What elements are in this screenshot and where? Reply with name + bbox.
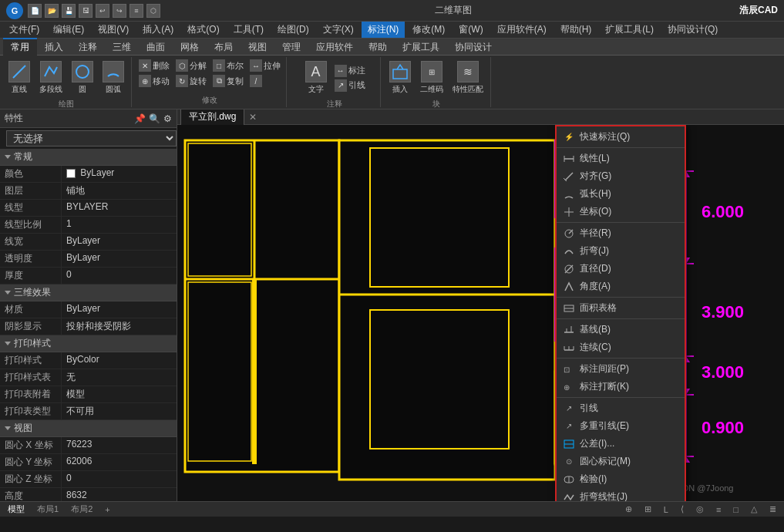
- dropdown-item-radius[interactable]: 半径(R): [557, 224, 685, 242]
- menu-window[interactable]: 窗(W): [453, 22, 489, 38]
- ribbon-tab-help[interactable]: 帮助: [361, 39, 395, 56]
- dwg-icon[interactable]: ⬡: [146, 4, 160, 18]
- menu-modify[interactable]: 修改(M): [406, 22, 451, 38]
- saveas-icon[interactable]: 🖫: [79, 4, 93, 18]
- btn-stretch[interactable]: ↔ 拉伸: [247, 59, 283, 72]
- status-add[interactable]: +: [102, 505, 113, 514]
- menu-tools[interactable]: 工具(T): [227, 22, 270, 38]
- dropdown-item-aligned[interactable]: 对齐(G): [557, 167, 685, 185]
- layer-icon[interactable]: ≡: [130, 4, 143, 18]
- ribbon-tab-exttools[interactable]: 扩展工具: [395, 39, 447, 56]
- menu-dim[interactable]: 标注(N): [362, 22, 405, 38]
- open-icon[interactable]: 📂: [45, 4, 59, 18]
- ribbon-tab-surface[interactable]: 曲面: [139, 39, 173, 56]
- ribbon-tab-common[interactable]: 常用: [3, 38, 37, 56]
- dropdown-item-quick[interactable]: ⚡ 快速标注(Q): [557, 128, 685, 146]
- menu-draw[interactable]: 绘图(D): [271, 22, 315, 38]
- drawing-area[interactable]: 平立剖.dwg ✕: [177, 109, 784, 501]
- dropdown-item-linear[interactable]: 线性(L): [557, 150, 685, 167]
- status-grid[interactable]: ⊞: [641, 504, 654, 514]
- btn-leader[interactable]: ↗ 引线: [332, 79, 368, 93]
- new-icon[interactable]: 📄: [28, 4, 42, 18]
- close-tab-icon[interactable]: ✕: [246, 112, 260, 123]
- btn-polyline[interactable]: 多段线: [35, 59, 66, 97]
- dropdown-item-dimbreak[interactable]: ⊕ 标注打断(K): [557, 378, 685, 396]
- prop-icon-pin[interactable]: 📌: [134, 113, 146, 124]
- btn-matchprop[interactable]: ≋ 特性匹配: [449, 59, 487, 97]
- dropdown-item-coord[interactable]: 坐标(O): [557, 203, 685, 221]
- dropdown-item-arc[interactable]: 弧长(H): [557, 185, 685, 203]
- menu-app[interactable]: 应用软件(A): [491, 22, 553, 38]
- status-osnap[interactable]: ◎: [693, 504, 707, 514]
- btn-insert[interactable]: 插入: [385, 59, 415, 97]
- dropdown-item-kink[interactable]: 折弯(J): [557, 242, 685, 260]
- btn-move[interactable]: ⊕ 移动: [136, 74, 172, 88]
- btn-explode[interactable]: ⬡ 分解: [173, 59, 209, 72]
- dropdown-item-area[interactable]: 面积表格: [557, 299, 685, 317]
- section-print[interactable]: 打印样式: [0, 335, 177, 352]
- ribbon-tab-insert[interactable]: 插入: [37, 39, 71, 56]
- menu-extend[interactable]: 扩展工具(L): [599, 22, 660, 38]
- ribbon-tab-appsw[interactable]: 应用软件: [308, 39, 361, 56]
- status-snap[interactable]: ⊕: [622, 504, 635, 514]
- section-3d[interactable]: 三维效果: [0, 285, 177, 301]
- ribbon-tab-view[interactable]: 视图: [241, 39, 274, 56]
- dropdown-item-dimspace[interactable]: ⊡ 标注间距(P): [557, 360, 685, 378]
- btn-line[interactable]: 直线: [5, 59, 34, 97]
- status-model[interactable]: 模型: [5, 503, 28, 515]
- menu-file[interactable]: 文件(F): [3, 22, 45, 38]
- btn-dim[interactable]: ↔ 标注: [332, 64, 368, 78]
- btn-copy[interactable]: ⧉ 复制: [210, 74, 246, 88]
- btn-slash[interactable]: /: [247, 74, 264, 88]
- btn-delete[interactable]: ✕ 删除: [136, 59, 172, 72]
- save-icon[interactable]: 💾: [62, 4, 76, 18]
- undo-icon[interactable]: ↩: [96, 4, 109, 18]
- ribbon-tab-collab[interactable]: 协同设计: [447, 39, 500, 56]
- ribbon-tab-manage[interactable]: 管理: [274, 39, 308, 56]
- dropdown-item-diameter[interactable]: 直径(D): [557, 260, 685, 278]
- status-transparency[interactable]: □: [730, 505, 742, 514]
- menu-text[interactable]: 文字(X): [317, 22, 360, 38]
- btn-qrcode[interactable]: ⊞ 二维码: [416, 59, 447, 97]
- menu-help[interactable]: 帮助(H): [554, 22, 598, 38]
- btn-bool[interactable]: □ 布尔: [210, 59, 246, 72]
- dropdown-item-tolerance[interactable]: 公差(I)...: [557, 435, 685, 453]
- dropdown-item-continue[interactable]: 连续(C): [557, 338, 685, 356]
- status-dyn[interactable]: △: [748, 504, 760, 514]
- menu-format[interactable]: 格式(O): [181, 22, 225, 38]
- status-lineweight[interactable]: ≡: [713, 505, 724, 514]
- ribbon-tab-mesh[interactable]: 网格: [173, 39, 207, 56]
- prop-icon-search[interactable]: 🔍: [149, 113, 160, 124]
- btn-arc[interactable]: 圆弧: [99, 59, 128, 97]
- drawing-tab-main[interactable]: 平立剖.dwg: [180, 109, 244, 126]
- dropdown-item-center[interactable]: ⊙ 圆心标记(M): [557, 453, 685, 470]
- btn-circle[interactable]: 圆: [68, 59, 97, 97]
- menu-collab[interactable]: 协同设计(Q): [661, 22, 724, 38]
- section-general[interactable]: 常规: [0, 149, 177, 166]
- ribbon-tab-annotate[interactable]: 注释: [71, 39, 105, 56]
- dim-dropdown-menu[interactable]: ⚡ 快速标注(Q) 线性(L): [555, 125, 686, 501]
- status-layout2[interactable]: 布局2: [68, 503, 96, 515]
- prop-icon-settings[interactable]: ⚙: [163, 113, 172, 124]
- dropdown-item-multileader[interactable]: ↗ 多重引线(E): [557, 417, 685, 435]
- ribbon-tab-layout[interactable]: 布局: [207, 39, 241, 56]
- menu-insert[interactable]: 插入(A): [136, 22, 180, 38]
- cad-canvas[interactable]: 6.000 3.900 3.000 0.900 1050 1995 1005 1…: [177, 125, 784, 501]
- section-view[interactable]: 视图: [0, 420, 177, 437]
- menu-view[interactable]: 视图(V): [92, 22, 135, 38]
- selection-dropdown[interactable]: 无选择: [6, 130, 177, 146]
- redo-icon[interactable]: ↪: [113, 4, 126, 18]
- btn-rotate[interactable]: ↻ 旋转: [173, 74, 209, 88]
- dropdown-item-jog[interactable]: 折弯线性(J): [557, 488, 685, 501]
- dropdown-item-baseline[interactable]: 基线(B): [557, 321, 685, 338]
- dropdown-item-angle[interactable]: 角度(A): [557, 278, 685, 295]
- status-qprop[interactable]: ≣: [766, 504, 779, 514]
- status-layout1[interactable]: 布局1: [34, 503, 62, 515]
- status-ortho[interactable]: L: [661, 505, 671, 514]
- status-polar[interactable]: ⟨: [678, 504, 687, 514]
- dropdown-item-inspect[interactable]: 检验(I): [557, 470, 685, 488]
- menu-edit[interactable]: 编辑(E): [47, 22, 90, 38]
- dropdown-item-leader[interactable]: ↗ 引线: [557, 399, 685, 417]
- ribbon-tab-3d[interactable]: 三维: [105, 39, 139, 56]
- btn-text[interactable]: A 文字: [301, 59, 331, 97]
